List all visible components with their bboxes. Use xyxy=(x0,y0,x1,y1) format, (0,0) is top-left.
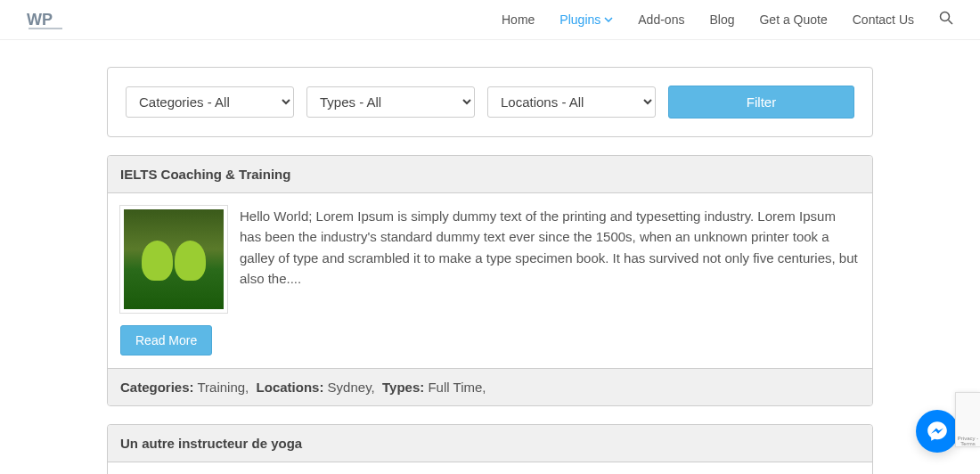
nav-blog[interactable]: Blog xyxy=(709,12,734,27)
top-header: WP Home Plugins Add-ons Blog Get a Quote… xyxy=(0,0,980,40)
nav-contact[interactable]: Contact Us xyxy=(853,12,914,27)
svg-point-2 xyxy=(941,12,950,21)
categories-value: Training, xyxy=(197,380,249,395)
nav-addons[interactable]: Add-ons xyxy=(638,12,684,27)
filter-bar: Categories - All Types - All Locations -… xyxy=(107,67,873,137)
listing-excerpt: Hello World; Lorem Ipsum is simply dummy… xyxy=(240,206,860,289)
listing-card: Un autre instructeur de yoga Le Lorem Ip… xyxy=(107,424,873,474)
listing-title[interactable]: Un autre instructeur de yoga xyxy=(108,425,872,462)
filter-button[interactable]: Filter xyxy=(668,86,854,118)
nav-home[interactable]: Home xyxy=(502,12,535,27)
svg-text:WP: WP xyxy=(27,11,53,29)
types-value: Full Time, xyxy=(428,380,486,395)
messenger-chat-button[interactable] xyxy=(916,410,959,453)
listing-card: IELTS Coaching & Training Hello World; L… xyxy=(107,155,873,406)
listing-title[interactable]: IELTS Coaching & Training xyxy=(108,156,872,193)
wp-logo-icon: WP xyxy=(27,7,66,32)
read-more-button[interactable]: Read More xyxy=(120,325,212,356)
categories-label: Categories: xyxy=(120,380,194,395)
listing-thumbnail[interactable] xyxy=(120,206,227,313)
locations-label: Locations: xyxy=(257,380,324,395)
search-icon[interactable] xyxy=(939,11,953,29)
recaptcha-badge[interactable]: Privacy - Terms xyxy=(955,392,980,447)
main-nav: Home Plugins Add-ons Blog Get a Quote Co… xyxy=(502,11,953,29)
nav-plugins[interactable]: Plugins xyxy=(559,12,613,27)
nav-quote[interactable]: Get a Quote xyxy=(759,12,827,27)
listing-meta: Categories: Training, Locations: Sydney,… xyxy=(108,368,872,405)
messenger-icon xyxy=(926,420,949,443)
categories-select[interactable]: Categories - All xyxy=(126,86,294,118)
svg-line-3 xyxy=(949,20,953,25)
types-label: Types: xyxy=(382,380,424,395)
locations-value: Sydney, xyxy=(328,380,375,395)
locations-select[interactable]: Locations - All xyxy=(487,86,656,118)
types-select[interactable]: Types - All xyxy=(306,86,475,118)
logo[interactable]: WP xyxy=(27,7,66,32)
nav-plugins-label: Plugins xyxy=(559,12,600,27)
chevron-down-icon xyxy=(604,17,613,22)
